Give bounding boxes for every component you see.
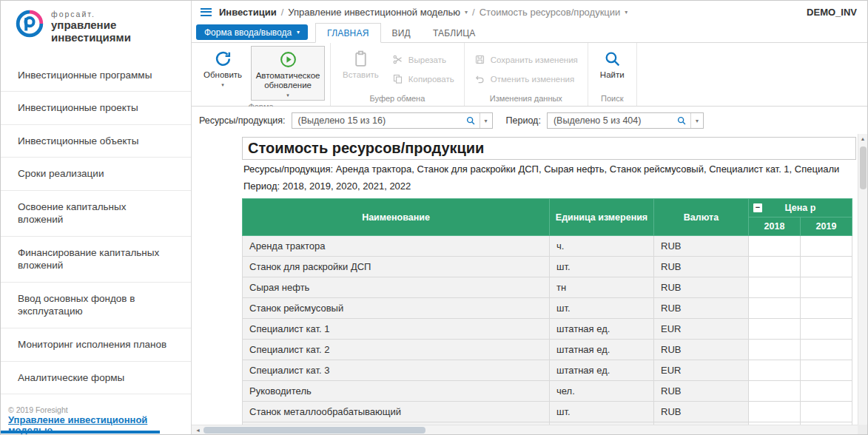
cell-price-2019[interactable]: [801, 236, 852, 257]
cell-unit: чел.: [550, 381, 654, 402]
cell-unit: штатная ед.: [550, 340, 654, 360]
undo-changes-button[interactable]: Отменить изменения: [470, 72, 582, 86]
cell-price-2019[interactable]: [801, 277, 852, 298]
chevron-down-icon: ▾: [286, 92, 289, 98]
save-changes-button[interactable]: Сохранить изменения: [470, 53, 582, 67]
current-user[interactable]: DEMO_INV: [807, 7, 857, 18]
cell-resource-name: Станок рейсмусовый: [243, 298, 550, 319]
cell-unit: штатная ед.: [550, 319, 654, 340]
sidebar-item-investment-objects[interactable]: Инвестиционные объекты: [1, 125, 191, 158]
breadcrumb-separator: /: [472, 7, 475, 18]
table-row: Сырая нефть тн RUB: [243, 277, 852, 298]
cell-price-2018[interactable]: [749, 381, 801, 402]
find-button[interactable]: Найти: [593, 46, 631, 81]
search-icon[interactable]: [676, 115, 687, 126]
group-label-clipboard: Буфер обмена: [336, 92, 459, 106]
form-io-menu-label: Форма ввода/вывода: [204, 27, 292, 38]
auto-refresh-label: Автоматическое обновление: [254, 71, 322, 90]
auto-refresh-button[interactable]: Автоматическое обновление ▾: [251, 46, 325, 101]
cell-price-2018[interactable]: [749, 402, 801, 422]
resources-filter-value: (Выделено 15 из 16): [292, 115, 462, 126]
period-filter-selector[interactable]: (Выделено 5 из 404) ▾: [547, 112, 704, 129]
cell-resource-name: Станок для раскройки ДСП: [243, 257, 550, 277]
scrollbar-corner: [858, 425, 867, 434]
sidebar-item-investment-projects[interactable]: Инвестиционные проекты: [1, 92, 191, 125]
sidebar-item-analytical-forms[interactable]: Аналитические формы: [1, 362, 191, 395]
chevron-down-icon[interactable]: ▾: [465, 9, 468, 16]
breadcrumb-item-model[interactable]: Управление инвестиционной моделью: [288, 7, 460, 18]
chevron-down-icon[interactable]: ▾: [480, 118, 492, 124]
sidebar-item-implementation-terms[interactable]: Сроки реализации: [1, 158, 191, 191]
tab-table[interactable]: ТАБЛИЦА: [422, 24, 487, 42]
cell-price-2018[interactable]: [749, 236, 801, 257]
horizontal-scrollbar-thumb[interactable]: [203, 427, 425, 434]
chevron-down-icon[interactable]: ▾: [691, 118, 703, 124]
cell-price-2018[interactable]: [749, 319, 801, 340]
cell-price-2019[interactable]: [801, 298, 852, 319]
sidebar-item-plan-monitoring[interactable]: Мониторинг исполнения планов: [1, 328, 191, 362]
table-row: Станок для раскройки ДСП шт. RUB: [243, 257, 852, 277]
table-row: Станок рейсмусовый шт. RUB: [243, 298, 852, 319]
collapse-price-group-button[interactable]: −: [753, 203, 762, 212]
selected-period-line: Период: 2018, 2019, 2020, 2021, 2022: [242, 177, 856, 194]
breadcrumb-item-resource-cost[interactable]: Стоимость ресурсов/продукции: [480, 7, 621, 18]
sidebar-item-fixed-assets[interactable]: Ввод основных фондов в эксплуатацию: [1, 283, 191, 328]
tab-main[interactable]: ГЛАВНАЯ: [315, 23, 380, 43]
logo-line1: управление: [51, 18, 131, 31]
cell-price-2019[interactable]: [801, 257, 852, 277]
ribbon-group-search: Найти Поиск: [588, 43, 637, 106]
cell-price-2018[interactable]: [749, 340, 801, 360]
price-group-label: Цена р: [785, 203, 816, 213]
scroll-left-arrow-icon[interactable]: ◄: [193, 425, 203, 434]
sidebar-item-investment-programs[interactable]: Инвестиционные программы: [1, 59, 191, 92]
column-header-name: Наименование: [243, 199, 550, 236]
scroll-up-arrow-icon[interactable]: ▲: [858, 134, 867, 144]
cell-currency: EUR: [654, 360, 749, 381]
ribbon-empty-space: [637, 43, 867, 106]
horizontal-scrollbar[interactable]: ◄: [192, 425, 858, 434]
cell-price-2019[interactable]: [801, 381, 852, 402]
sidebar-item-capital-development[interactable]: Освоение капитальных вложений: [1, 191, 191, 237]
cell-price-2018[interactable]: [749, 257, 801, 277]
cell-unit: шт.: [550, 257, 654, 277]
vertical-scrollbar-thumb[interactable]: [860, 146, 867, 189]
cell-price-2019[interactable]: [801, 402, 852, 422]
refresh-icon: [214, 50, 232, 68]
sidebar-scrollbar-thumb[interactable]: [1, 431, 160, 434]
copy-button[interactable]: Копировать: [388, 72, 459, 86]
search-icon[interactable]: [465, 115, 476, 126]
price-table: Наименование Единица измерения Валюта − …: [242, 198, 852, 434]
vertical-scrollbar[interactable]: ▲: [858, 134, 867, 425]
hamburger-menu-icon[interactable]: [201, 8, 212, 16]
cell-unit: тн: [550, 277, 654, 298]
breadcrumb-item-investments[interactable]: Инвестиции: [219, 7, 277, 18]
chevron-down-icon[interactable]: ▾: [625, 9, 628, 16]
cut-button[interactable]: Вырезать: [388, 53, 459, 67]
cell-price-2018[interactable]: [749, 298, 801, 319]
cell-price-2019[interactable]: [801, 360, 852, 381]
cell-currency: RUB: [654, 277, 749, 298]
save-icon: [474, 54, 485, 65]
cell-resource-name: Специалист кат. 2: [243, 340, 550, 360]
cell-price-2019[interactable]: [801, 319, 852, 340]
tab-view[interactable]: ВИД: [381, 24, 422, 42]
resources-filter-selector[interactable]: (Выделено 15 из 16) ▾: [292, 112, 493, 129]
cell-currency: RUB: [654, 340, 749, 360]
paste-icon: [351, 50, 370, 68]
form-io-menu-button[interactable]: Форма ввода/вывода ▾: [196, 24, 308, 40]
page-title: Стоимость ресурсов/продукции: [242, 137, 856, 160]
resources-filter-label: Ресурсы/продукция:: [199, 115, 286, 126]
cell-price-2018[interactable]: [749, 360, 801, 381]
paste-button[interactable]: Вставить: [336, 46, 386, 81]
refresh-button[interactable]: Обновить ▾: [197, 46, 249, 90]
cell-price-2019[interactable]: [801, 340, 852, 360]
report-card: Стоимость ресурсов/продукции Ресурсы/про…: [242, 137, 856, 434]
cell-currency: RUB: [654, 236, 749, 257]
search-icon: [603, 50, 622, 68]
cut-icon: [392, 54, 403, 65]
column-header-unit: Единица измерения: [550, 199, 654, 236]
ribbon-tabs-row: Форма ввода/вывода ▾ ГЛАВНАЯ ВИД ТАБЛИЦА: [192, 23, 867, 43]
cell-price-2018[interactable]: [749, 277, 801, 298]
price-table-body: Аренда трактора ч. RUB Станок для раскро…: [243, 236, 852, 435]
sidebar-item-capital-financing[interactable]: Финансирование капитальных вложений: [1, 237, 191, 283]
